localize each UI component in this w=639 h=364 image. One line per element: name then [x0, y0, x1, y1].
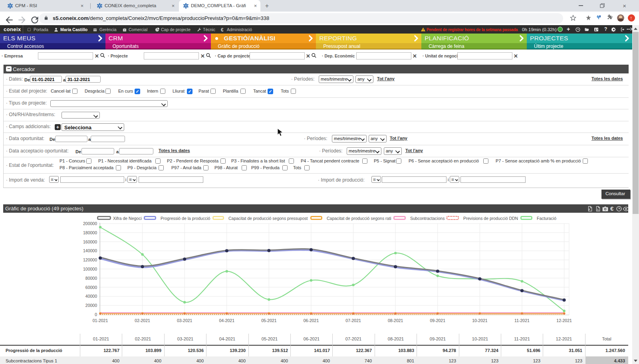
svg-text:100000: 100000 [83, 267, 97, 271]
svg-text:12-2021: 12-2021 [556, 318, 572, 323]
svg-text:120000: 120000 [83, 257, 97, 262]
svg-text:06-2021: 06-2021 [304, 318, 319, 323]
svg-text:180000: 180000 [83, 230, 97, 235]
svg-text:160000: 160000 [83, 239, 97, 244]
svg-text:60000: 60000 [85, 285, 97, 290]
svg-text:10-2021: 10-2021 [472, 318, 488, 323]
svg-text:140000: 140000 [83, 248, 97, 253]
svg-text:02-2021: 02-2021 [135, 318, 150, 323]
svg-text:80000: 80000 [85, 276, 97, 281]
svg-text:01-2021: 01-2021 [93, 318, 108, 323]
svg-text:20000: 20000 [85, 303, 97, 308]
svg-text:09-2021: 09-2021 [430, 318, 446, 323]
svg-text:03-2021: 03-2021 [177, 318, 192, 323]
svg-text:05-2021: 05-2021 [261, 318, 277, 323]
svg-text:40000: 40000 [85, 294, 97, 299]
svg-text:04-2021: 04-2021 [219, 318, 235, 323]
svg-text:07-2021: 07-2021 [345, 318, 361, 323]
svg-text:0: 0 [95, 312, 97, 317]
svg-text:200000: 200000 [83, 221, 97, 226]
svg-text:11-2021: 11-2021 [514, 318, 530, 323]
svg-text:08-2021: 08-2021 [388, 318, 403, 323]
